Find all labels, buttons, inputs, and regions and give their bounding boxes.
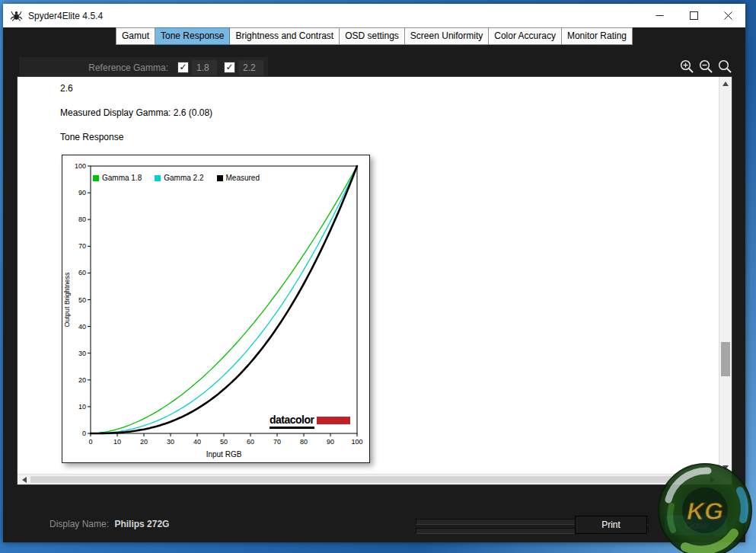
svg-text:Input RGB: Input RGB [206, 450, 242, 459]
tab-color-accuracy[interactable]: Color Accuracy [489, 27, 562, 45]
zoom-in-button[interactable] [678, 58, 695, 75]
svg-text:20: 20 [140, 438, 148, 446]
kitguru-watermark-text: KG [687, 497, 723, 525]
scroll-left-icon [22, 477, 27, 483]
datacolor-logo-red-bar [317, 417, 350, 424]
svg-text:20: 20 [78, 376, 86, 384]
legend-label-measured: Measured [226, 174, 260, 182]
legend-swatch-measured [217, 175, 223, 181]
scroll-up-icon [723, 82, 729, 86]
tab-bar: Gamut Tone Response Brightness and Contr… [3, 27, 745, 45]
chart-legend: Gamma 1.8 Gamma 2.2 Measured [93, 174, 260, 182]
measured-gamma-text: Measured Display Gamma: 2.6 (0.08) [60, 107, 212, 118]
svg-text:100: 100 [75, 162, 86, 170]
display-name-value: Philips 272G [114, 519, 169, 529]
tab-osd-settings[interactable]: OSD settings [340, 27, 405, 45]
legend-label-gamma-2-2: Gamma 2.2 [164, 174, 203, 182]
print-button[interactable]: Print [575, 516, 647, 534]
legend-swatch-gamma-2-2 [155, 175, 161, 181]
svg-text:10: 10 [113, 438, 121, 446]
gamma-1-8-value: 1.8 [192, 60, 217, 75]
svg-text:40: 40 [193, 438, 201, 446]
window-title: Spyder4Elite 4.5.4 [28, 11, 103, 21]
maximize-icon [690, 11, 698, 20]
close-window-button[interactable] [711, 4, 745, 27]
svg-text:0: 0 [88, 438, 92, 446]
svg-text:10: 10 [78, 403, 86, 411]
report-page: 2.6 Measured Display Gamma: 2.6 (0.08) T… [18, 77, 719, 474]
svg-text:30: 30 [167, 438, 174, 446]
svg-text:70: 70 [273, 438, 281, 446]
svg-text:80: 80 [300, 438, 308, 446]
scroll-left-button[interactable] [18, 475, 30, 484]
window-controls [643, 4, 745, 27]
legend-swatch-gamma-1-8 [93, 175, 99, 181]
minimize-icon [656, 11, 664, 20]
legend-item-measured: Measured [217, 174, 260, 182]
tab-monitor-rating[interactable]: Monitor Rating [562, 27, 633, 45]
svg-text:100: 100 [351, 438, 362, 446]
display-name-label: Display Name: [49, 519, 109, 529]
minimize-button[interactable] [643, 4, 677, 27]
desktop-background: Spyder4Elite 4.5.4 Gamut Tone Response B… [0, 0, 756, 553]
gamma-2-2-value: 2.2 [238, 60, 263, 75]
app-window: Spyder4Elite 4.5.4 Gamut Tone Response B… [3, 4, 745, 542]
vertical-scrollbar-thumb[interactable] [721, 342, 730, 376]
gamma-1-8-checkbox[interactable]: ✓ [177, 62, 189, 73]
reference-gamma-toolbar: Reference Gamma: ✓ 1.8 ✓ 2.2 [19, 57, 268, 78]
zoom-in-icon [679, 59, 694, 74]
svg-text:50: 50 [220, 438, 228, 446]
svg-text:60: 60 [247, 438, 254, 446]
svg-text:90: 90 [78, 189, 86, 197]
tab-brightness-and-contrast[interactable]: Brightness and Contrast [230, 27, 340, 45]
zoom-out-icon [698, 59, 713, 74]
datacolor-logo-text: datacolor [270, 414, 314, 429]
svg-text:60: 60 [78, 269, 86, 276]
vertical-scrollbar[interactable] [719, 77, 732, 474]
svg-text:80: 80 [78, 216, 86, 223]
tab-screen-uniformity[interactable]: Screen Uniformity [405, 27, 489, 45]
reference-gamma-label: Reference Gamma: [88, 62, 168, 73]
tone-response-chart: 0102030405060708090100010203040506070809… [62, 155, 370, 463]
gamma-value-text: 2.6 [60, 83, 73, 94]
svg-text:30: 30 [78, 350, 86, 357]
legend-label-gamma-1-8: Gamma 1.8 [102, 174, 142, 182]
display-name: Display Name: Philips 272G [49, 519, 169, 529]
zoom-out-button[interactable] [697, 58, 714, 75]
tab-tone-response[interactable]: Tone Response [155, 27, 230, 45]
zoom-fit-icon [717, 59, 732, 74]
titlebar[interactable]: Spyder4Elite 4.5.4 [3, 4, 745, 27]
svg-text:Output Brightness: Output Brightness [63, 272, 71, 328]
zoom-toolbar [678, 58, 733, 75]
tab-gamut[interactable]: Gamut [116, 27, 155, 45]
report-panel: 2.6 Measured Display Gamma: 2.6 (0.08) T… [17, 76, 732, 485]
svg-text:0: 0 [82, 430, 86, 437]
tone-response-heading: Tone Response [60, 132, 123, 142]
kitguru-watermark: KG [655, 460, 755, 553]
zoom-fit-button[interactable] [716, 58, 733, 75]
svg-text:90: 90 [327, 438, 334, 446]
legend-item-gamma-2-2: Gamma 2.2 [155, 174, 203, 182]
maximize-button[interactable] [677, 4, 711, 27]
svg-text:70: 70 [78, 242, 86, 250]
gamma-2-2-checkbox[interactable]: ✓ [224, 62, 235, 73]
app-icon-spyder[interactable] [10, 9, 23, 22]
horizontal-scrollbar-thumb[interactable] [30, 476, 688, 483]
horizontal-scrollbar[interactable] [18, 474, 719, 484]
scroll-up-button[interactable] [719, 78, 732, 89]
svg-text:40: 40 [78, 323, 86, 331]
datacolor-logo: datacolor [270, 414, 350, 429]
legend-item-gamma-1-8: Gamma 1.8 [93, 174, 142, 182]
svg-text:50: 50 [78, 296, 86, 304]
close-icon [724, 11, 732, 20]
